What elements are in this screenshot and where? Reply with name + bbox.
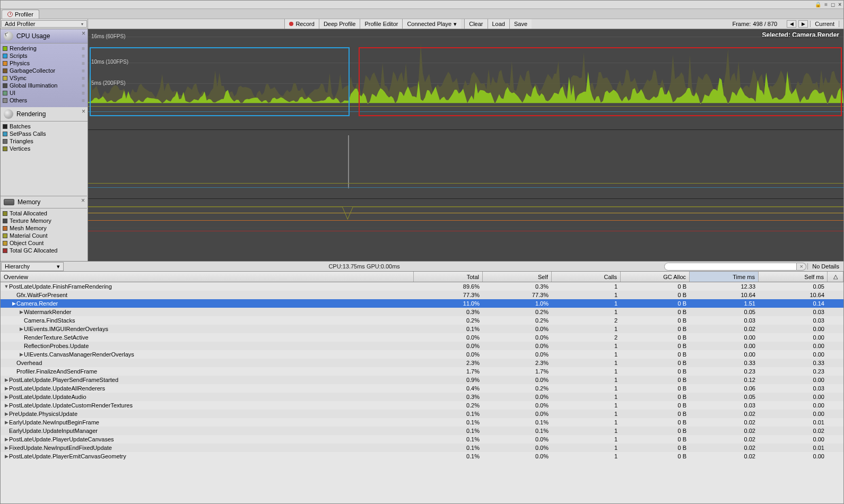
menu-icon[interactable]: ≡ bbox=[824, 2, 828, 7]
next-frame-button[interactable]: ▶ bbox=[798, 20, 808, 28]
table-body[interactable]: ▼PostLateUpdate.FinishFrameRendering89.6… bbox=[1, 282, 843, 503]
details-dropdown[interactable]: No Details bbox=[807, 263, 843, 270]
table-row[interactable]: RenderTexture.SetActive0.0%0.0%20 B0.000… bbox=[1, 333, 843, 342]
col-self[interactable]: Self bbox=[483, 272, 552, 282]
tab-profiler[interactable]: Profiler bbox=[2, 10, 39, 19]
foldout-icon[interactable]: ▶ bbox=[4, 394, 9, 399]
legend-item[interactable]: Global Illumination≡ bbox=[3, 82, 85, 89]
close-panel-button[interactable]: × bbox=[81, 197, 85, 204]
table-row[interactable]: ▶EarlyUpdate.NewInputBeginFrame0.1%0.1%1… bbox=[1, 418, 843, 427]
table-row[interactable]: ▶PostLateUpdate.PlayerSendFrameStarted0.… bbox=[1, 376, 843, 384]
memory-panel-header[interactable]: Memory × bbox=[1, 196, 87, 208]
foldout-icon[interactable]: ▶ bbox=[4, 420, 9, 425]
rendering-graph[interactable] bbox=[88, 130, 843, 199]
cpu-panel-header[interactable]: CPU Usage × bbox=[1, 29, 88, 44]
legend-item[interactable]: Texture Memory bbox=[3, 217, 85, 224]
legend-item[interactable]: Object Count bbox=[3, 239, 85, 247]
col-total[interactable]: Total bbox=[414, 272, 483, 282]
drag-handle-icon[interactable]: ≡ bbox=[82, 83, 84, 89]
legend-item[interactable]: Batches bbox=[3, 123, 85, 130]
close-panel-button[interactable]: × bbox=[82, 108, 85, 115]
drag-handle-icon[interactable]: ≡ bbox=[82, 68, 84, 74]
foldout-icon[interactable]: ▶ bbox=[4, 454, 9, 459]
cpu-graph[interactable]: Selected: Camera.Render 16ms (60FPS) 10m… bbox=[88, 29, 843, 130]
table-row[interactable]: Profiler.FinalizeAndSendFrame1.7%1.7%10 … bbox=[1, 367, 843, 376]
add-profiler-dropdown[interactable]: Add Profiler ▾ bbox=[1, 20, 87, 28]
table-row[interactable]: ▶PostLateUpdate.UpdateAllRenderers0.4%0.… bbox=[1, 384, 843, 393]
foldout-icon[interactable]: ▶ bbox=[19, 309, 24, 315]
drag-handle-icon[interactable]: ≡ bbox=[82, 90, 84, 96]
table-row[interactable]: ▶PostLateUpdate.PlayerUpdateCanvases0.1%… bbox=[1, 435, 843, 444]
record-button[interactable]: Record bbox=[284, 19, 318, 29]
foldout-icon[interactable]: ▶ bbox=[4, 445, 9, 450]
col-selfms[interactable]: Self ms bbox=[759, 272, 828, 282]
drag-handle-icon[interactable]: ≡ bbox=[82, 53, 84, 59]
foldout-icon[interactable]: ▶ bbox=[4, 411, 9, 416]
table-row[interactable]: ▼PostLateUpdate.FinishFrameRendering89.6… bbox=[1, 282, 843, 291]
table-row[interactable]: ▶FixedUpdate.NewInputEndFixedUpdate0.1%0… bbox=[1, 444, 843, 452]
legend-item[interactable]: VSync≡ bbox=[3, 74, 85, 82]
legend-item[interactable]: SetPass Calls bbox=[3, 130, 85, 137]
table-row[interactable]: ▶UIEvents.IMGUIRenderOverlays0.1%0.0%10 … bbox=[1, 325, 843, 333]
foldout-icon[interactable]: ▶ bbox=[19, 352, 24, 357]
col-overview[interactable]: Overview bbox=[1, 272, 414, 282]
rendering-panel-header[interactable]: Rendering × bbox=[1, 107, 88, 121]
table-row[interactable]: Gfx.WaitForPresent77.3%77.3%10 B10.6410.… bbox=[1, 291, 843, 299]
table-row[interactable]: ▶PostLateUpdate.UpdateAudio0.3%0.0%10 B0… bbox=[1, 393, 843, 401]
clear-button[interactable]: Clear bbox=[464, 19, 487, 29]
col-sort-indicator[interactable]: △ bbox=[828, 272, 843, 282]
table-row[interactable]: EarlyUpdate.UpdateInputManager0.1%0.1%10… bbox=[1, 427, 843, 435]
col-time[interactable]: Time ms bbox=[690, 272, 759, 282]
table-row[interactable]: Camera.FindStacks0.2%0.2%20 B0.030.03 bbox=[1, 316, 843, 325]
restore-icon[interactable]: ◻ bbox=[831, 2, 835, 7]
foldout-icon[interactable]: ▶ bbox=[19, 326, 24, 332]
current-button[interactable]: Current bbox=[810, 21, 839, 27]
foldout-icon[interactable]: ▼ bbox=[4, 284, 9, 289]
drag-handle-icon[interactable]: ≡ bbox=[82, 46, 84, 51]
profile-editor-button[interactable]: Profile Editor bbox=[360, 19, 402, 29]
connected-player-dropdown[interactable]: Connected Playe▾ bbox=[402, 19, 461, 29]
foldout-icon[interactable]: ▶ bbox=[4, 437, 9, 442]
col-calls[interactable]: Calls bbox=[552, 272, 621, 282]
legend-item[interactable]: UI≡ bbox=[3, 89, 85, 97]
legend-item[interactable]: Mesh Memory bbox=[3, 224, 85, 232]
table-row[interactable]: ▶PostLateUpdate.PlayerEmitCanvasGeometry… bbox=[1, 452, 843, 460]
legend-item[interactable]: Total Allocated bbox=[3, 210, 85, 217]
table-row[interactable]: ▶PostLateUpdate.UpdateCustomRenderTextur… bbox=[1, 401, 843, 410]
load-button[interactable]: Load bbox=[488, 19, 509, 29]
legend-label: Global Illumination bbox=[10, 82, 58, 89]
table-row[interactable]: ▶Camera.Render11.0%1.0%10 B1.510.14 bbox=[1, 299, 843, 308]
hierarchy-dropdown[interactable]: Hierarchy ▾ bbox=[1, 262, 64, 271]
close-panel-button[interactable]: × bbox=[82, 30, 85, 37]
legend-item[interactable]: Vertices bbox=[3, 145, 85, 152]
foldout-icon[interactable]: ▶ bbox=[4, 403, 9, 408]
table-row[interactable]: ReflectionProbes.Update0.0%0.0%10 B0.000… bbox=[1, 342, 843, 350]
prev-frame-button[interactable]: ◀ bbox=[787, 20, 796, 28]
legend-item[interactable]: Total GC Allocated bbox=[3, 247, 85, 254]
memory-graph[interactable] bbox=[88, 199, 843, 261]
save-button[interactable]: Save bbox=[509, 19, 532, 29]
legend-item[interactable]: GarbageCollector≡ bbox=[3, 67, 85, 74]
drag-handle-icon[interactable]: ≡ bbox=[82, 75, 84, 81]
legend-item[interactable]: Others≡ bbox=[3, 97, 85, 104]
legend-item[interactable]: Physics≡ bbox=[3, 59, 85, 67]
foldout-icon[interactable]: ▶ bbox=[11, 301, 16, 306]
search-clear-button[interactable]: × bbox=[797, 263, 806, 271]
table-row[interactable]: ▶WatermarkRender0.3%0.2%10 B0.050.03 bbox=[1, 308, 843, 316]
legend-item[interactable]: Triangles bbox=[3, 137, 85, 145]
table-row[interactable]: Overhead2.3%2.3%10 B0.330.33 bbox=[1, 359, 843, 367]
col-gc[interactable]: GC Alloc bbox=[621, 272, 690, 282]
search-input[interactable] bbox=[664, 263, 797, 271]
lock-icon[interactable]: 🔒 bbox=[815, 2, 821, 7]
deep-profile-button[interactable]: Deep Profile bbox=[319, 19, 360, 29]
foldout-icon[interactable]: ▶ bbox=[4, 386, 9, 391]
legend-item[interactable]: Scripts≡ bbox=[3, 52, 85, 59]
legend-item[interactable]: Rendering≡ bbox=[3, 45, 85, 52]
table-row[interactable]: ▶UIEvents.CanvasManagerRenderOverlays0.0… bbox=[1, 350, 843, 359]
drag-handle-icon[interactable]: ≡ bbox=[82, 60, 84, 66]
legend-item[interactable]: Material Count bbox=[3, 232, 85, 239]
close-icon[interactable]: × bbox=[838, 2, 841, 7]
foldout-icon[interactable]: ▶ bbox=[4, 377, 9, 383]
table-row[interactable]: ▶PreUpdate.PhysicsUpdate0.1%0.0%10 B0.02… bbox=[1, 410, 843, 418]
drag-handle-icon[interactable]: ≡ bbox=[82, 98, 84, 103]
